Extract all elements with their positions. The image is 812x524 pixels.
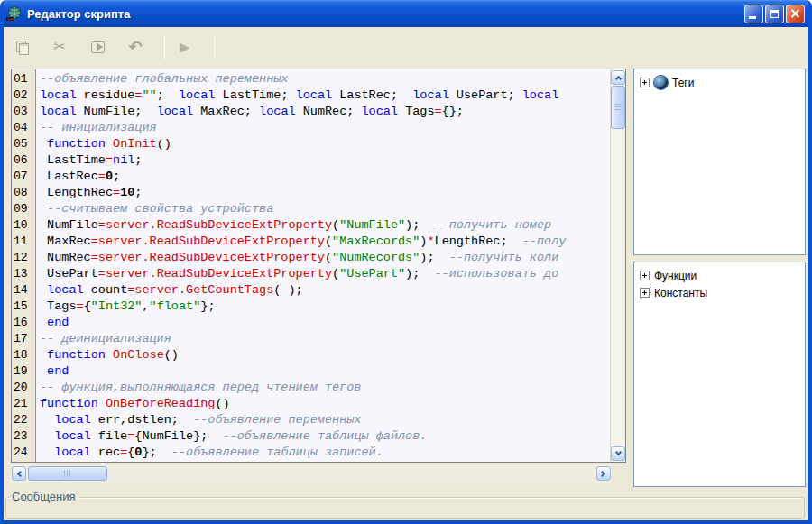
code-line: local err,dstlen; --объявление переменны… bbox=[40, 412, 610, 428]
code-line: NumFile=server.ReadSubDeviceExtProperty(… bbox=[40, 217, 610, 234]
scroll-left-button[interactable] bbox=[12, 466, 26, 481]
toolbar: ✂↶▶ bbox=[4, 27, 808, 67]
vertical-scroll-thumb[interactable] bbox=[611, 86, 625, 129]
expand-icon[interactable] bbox=[640, 78, 650, 87]
code-line: --считываем свойства устройства bbox=[40, 201, 610, 217]
minimize-icon bbox=[749, 16, 756, 19]
line-number: 10 bbox=[12, 217, 35, 234]
paste-icon bbox=[91, 41, 105, 53]
code-line: end bbox=[40, 363, 610, 380]
line-number: 09 bbox=[12, 201, 35, 217]
vertical-scrollbar[interactable] bbox=[610, 69, 625, 462]
copy-button[interactable] bbox=[11, 36, 32, 58]
code-line: -- функция,выполняющаяся перед чтением т… bbox=[40, 380, 610, 396]
functions-constants-panel: ФункцииКонстанты bbox=[633, 262, 806, 487]
cut-icon: ✂ bbox=[53, 40, 65, 54]
code-line: LastTime=nil; bbox=[40, 152, 610, 169]
close-icon: × bbox=[789, 7, 801, 21]
line-number: 17 bbox=[12, 331, 35, 347]
undo-button[interactable]: ↶ bbox=[125, 36, 146, 58]
run-button[interactable]: ▶ bbox=[174, 36, 196, 58]
titlebar[interactable]: ICFC Редактор скрипта × bbox=[0, 0, 812, 27]
line-number: 18 bbox=[12, 347, 35, 363]
code-line: UsePart=server.ReadSubDeviceExtProperty(… bbox=[40, 266, 610, 282]
tree-item-functions: Функции bbox=[640, 267, 803, 284]
line-number: 19 bbox=[12, 363, 35, 380]
window-controls: × bbox=[744, 5, 805, 23]
scroll-up-button[interactable] bbox=[611, 70, 625, 85]
line-number: 01 bbox=[12, 71, 35, 87]
messages-label: Сообщения bbox=[10, 490, 79, 503]
line-number: 07 bbox=[12, 169, 35, 185]
tree-label[interactable]: Функции bbox=[654, 270, 697, 282]
line-number: 05 bbox=[12, 136, 35, 152]
scroll-right-button[interactable] bbox=[596, 466, 611, 481]
undo-icon: ↶ bbox=[128, 39, 142, 55]
tags-tree: Теги bbox=[640, 74, 803, 91]
code-line: --объявление глобальных переменных bbox=[40, 71, 610, 87]
line-number: 12 bbox=[12, 250, 35, 266]
code-line: local NumFile; local MaxRec; local NumRe… bbox=[40, 104, 610, 120]
line-number: 03 bbox=[12, 104, 35, 120]
scroll-down-button[interactable] bbox=[611, 446, 625, 461]
code-line: -- инициализация bbox=[40, 120, 610, 136]
tree-item-constants: Константы bbox=[640, 284, 803, 301]
line-number: 23 bbox=[12, 428, 35, 445]
toolbar-separator bbox=[164, 35, 165, 60]
horizontal-scroll-thumb[interactable] bbox=[28, 466, 107, 481]
script-editor-window: ICFC Редактор скрипта × ✂↶▶ 010203040506… bbox=[0, 0, 812, 524]
horizontal-scrollbar[interactable] bbox=[11, 464, 612, 483]
line-number: 11 bbox=[12, 234, 35, 250]
svg-text:ICFC: ICFC bbox=[7, 16, 15, 21]
close-button[interactable]: × bbox=[786, 5, 805, 23]
tree-label[interactable]: Теги bbox=[672, 77, 694, 89]
maximize-icon bbox=[770, 10, 779, 18]
code-editor[interactable]: 0102030405060708091011121314151617181920… bbox=[11, 69, 626, 463]
code-line: local rec={0}; --объявление таблицы запи… bbox=[40, 445, 610, 461]
line-number: 16 bbox=[12, 315, 35, 331]
chevron-right-icon bbox=[599, 470, 605, 476]
line-number: 13 bbox=[12, 266, 35, 282]
code-line: LengthRec=10; bbox=[40, 185, 610, 201]
run-icon: ▶ bbox=[180, 41, 190, 53]
tree-item-tags: Теги bbox=[640, 74, 803, 91]
code-line: MaxRec=server.ReadSubDeviceExtProperty("… bbox=[40, 234, 610, 250]
code-line: local count=server.GetCountTags( ); bbox=[40, 282, 610, 299]
functions-constants-tree: ФункцииКонстанты bbox=[640, 267, 803, 301]
chevron-down-icon bbox=[614, 449, 621, 455]
cut-button[interactable]: ✂ bbox=[49, 36, 70, 58]
expand-icon[interactable] bbox=[640, 288, 650, 298]
line-number: 02 bbox=[12, 87, 35, 104]
tags-panel: Теги bbox=[633, 69, 806, 255]
code-line: end bbox=[40, 315, 610, 331]
line-number: 21 bbox=[12, 396, 35, 412]
thumb-grip bbox=[64, 470, 72, 477]
line-number-gutter: 0102030405060708091011121314151617181920… bbox=[12, 69, 36, 462]
toolbar-separator bbox=[214, 35, 215, 60]
messages-groupbox: Сообщения bbox=[5, 497, 805, 519]
chevron-up-icon bbox=[614, 76, 621, 82]
tree-label[interactable]: Константы bbox=[654, 287, 707, 299]
code-area[interactable]: --объявление глобальных переменныхlocal … bbox=[36, 69, 610, 462]
maximize-button[interactable] bbox=[765, 5, 784, 23]
line-number: 06 bbox=[12, 152, 35, 169]
code-line: function OnBeforeReading() bbox=[40, 396, 610, 412]
code-line: function OnInit() bbox=[40, 136, 610, 152]
code-line: -- деинициализация bbox=[40, 331, 610, 347]
line-number: 24 bbox=[12, 445, 35, 461]
code-line: function OnClose() bbox=[40, 347, 610, 363]
code-line: LastRec=0; bbox=[40, 169, 610, 185]
line-number: 04 bbox=[12, 120, 35, 136]
code-line: local residue=""; local LastTime; local … bbox=[40, 87, 610, 104]
line-number: 14 bbox=[12, 282, 35, 299]
minimize-button[interactable] bbox=[744, 5, 763, 23]
copy-icon bbox=[16, 41, 28, 54]
expand-icon[interactable] bbox=[640, 271, 650, 280]
code-line: NumRec=server.ReadSubDeviceExtProperty("… bbox=[40, 250, 610, 266]
line-number: 22 bbox=[12, 412, 35, 428]
line-number: 15 bbox=[12, 299, 35, 315]
app-icon: ICFC bbox=[5, 5, 23, 23]
paste-button[interactable] bbox=[87, 36, 108, 58]
code-line: Tags={"Int32","float"}; bbox=[40, 299, 610, 315]
line-number: 08 bbox=[12, 185, 35, 201]
